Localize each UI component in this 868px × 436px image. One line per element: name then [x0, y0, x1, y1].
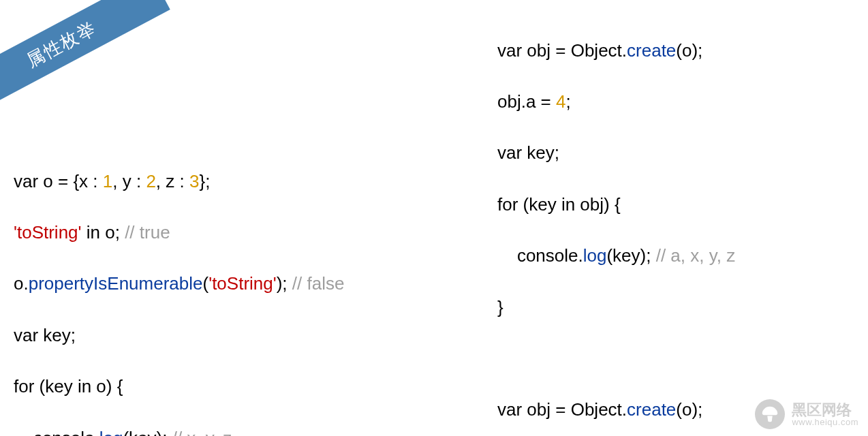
- code-line: for (key in obj) {: [497, 192, 754, 218]
- code-line: }: [497, 295, 754, 321]
- code-left-column: var o = {x : 1, y : 2, z : 3}; 'toString…: [14, 143, 344, 436]
- watermark-sub: www.heiqu.com: [792, 418, 858, 427]
- code-line: var obj = Object.create(o);: [497, 397, 754, 423]
- watermark: 黑区网络 www.heiqu.com: [755, 399, 858, 429]
- code-line: obj.a = 4;: [497, 89, 754, 115]
- code-line: console.log(key); // x, y, z: [14, 426, 344, 436]
- code-line: o.propertyIsEnumerable('toString'); // f…: [14, 271, 344, 297]
- code-line: 'toString' in o; // true: [14, 220, 344, 246]
- mushroom-icon: [755, 399, 785, 429]
- section-ribbon: 属性枚举: [0, 0, 170, 115]
- watermark-text: 黑区网络 www.heiqu.com: [792, 402, 858, 427]
- code-line: var key;: [497, 140, 754, 166]
- code-blank-line: [497, 346, 754, 372]
- watermark-main: 黑区网络: [792, 402, 858, 418]
- code-line: var o = {x : 1, y : 2, z : 3};: [14, 169, 344, 195]
- code-line: var key;: [14, 323, 344, 349]
- code-line: var obj = Object.create(o);: [497, 38, 754, 64]
- code-right-column: var obj = Object.create(o); obj.a = 4; v…: [497, 12, 754, 436]
- code-line: console.log(key); // a, x, y, z: [497, 243, 754, 269]
- code-line: for (key in o) {: [14, 374, 344, 400]
- ribbon-title: 属性枚举: [23, 17, 100, 71]
